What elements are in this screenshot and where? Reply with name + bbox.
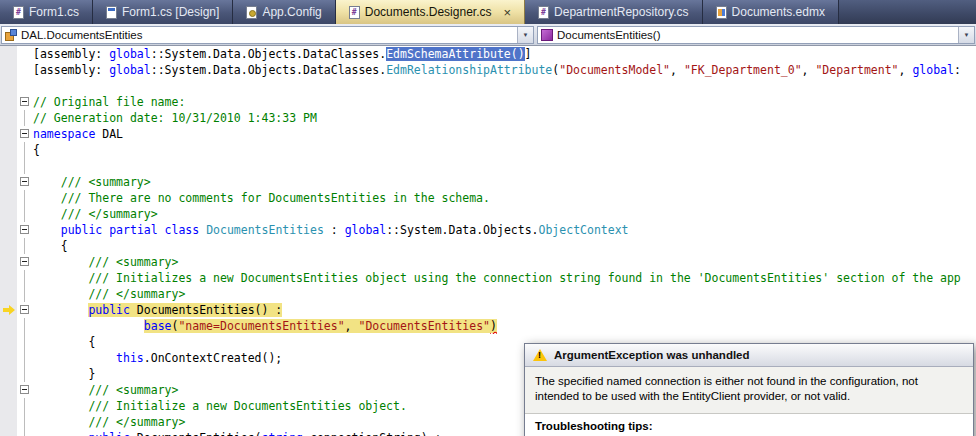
code-token: DocumentsEntities( — [130, 431, 262, 436]
types-dropdown[interactable]: DAL.DocumentsEntities ▼ — [1, 26, 534, 44]
tab-app-config[interactable]: App.Config — [233, 0, 335, 24]
code-token: // Generation date: 10/31/2010 1:43:33 P… — [33, 111, 317, 125]
outlining-margin — [17, 206, 33, 222]
breakpoint-margin[interactable] — [0, 190, 17, 206]
breakpoint-margin[interactable] — [0, 238, 17, 254]
breakpoint-margin[interactable] — [0, 382, 17, 398]
breakpoint-margin[interactable] — [0, 286, 17, 302]
code-line[interactable]: { — [0, 238, 976, 254]
tab-label: Documents.edmx — [732, 5, 825, 19]
collapse-icon[interactable] — [20, 129, 29, 138]
collapse-icon[interactable] — [20, 257, 29, 266]
tab-departmentrepository-cs[interactable]: DepartmentRepository.cs — [525, 0, 703, 24]
code-line[interactable]: // Original file name: — [0, 94, 976, 110]
code-token: [assembly: — [33, 47, 109, 61]
outline-guide-line — [24, 158, 25, 174]
code-line[interactable]: [assembly: global::System.Data.Objects.D… — [0, 62, 976, 78]
code-token: { — [33, 143, 40, 157]
code-line[interactable]: /// Initializes a new DocumentsEntities … — [0, 270, 976, 286]
breakpoint-margin[interactable] — [0, 414, 17, 430]
code-token: [assembly: — [33, 63, 109, 77]
code-line[interactable]: /// <summary> — [0, 174, 976, 190]
code-token: DocumentsEntities — [206, 223, 324, 237]
code-text: public partial class DocumentsEntities :… — [33, 222, 976, 238]
breakpoint-margin[interactable] — [0, 302, 17, 318]
code-token: /// <summary> — [61, 175, 151, 189]
breakpoint-margin[interactable] — [0, 206, 17, 222]
code-line[interactable]: /// </summary> — [0, 206, 976, 222]
chevron-down-icon[interactable]: ▼ — [958, 27, 974, 43]
breakpoint-margin[interactable] — [0, 158, 17, 174]
breakpoint-margin[interactable] — [0, 62, 17, 78]
code-line[interactable]: [assembly: global::System.Data.Objects.D… — [0, 46, 976, 62]
code-line[interactable]: { — [0, 142, 976, 158]
breakpoint-margin[interactable] — [0, 318, 17, 334]
breakpoint-margin[interactable] — [0, 46, 17, 62]
code-token: /// </summary> — [88, 415, 185, 429]
breakpoint-margin[interactable] — [0, 270, 17, 286]
outline-guide-line — [24, 414, 25, 430]
types-dropdown-value: DAL.DocumentsEntities — [17, 29, 517, 41]
outlining-margin — [17, 350, 33, 366]
code-token: /// Initializes a new DocumentsEntities … — [88, 271, 960, 285]
code-token: ::System.Data.Objects. — [386, 223, 538, 237]
collapse-icon[interactable] — [20, 97, 29, 106]
breakpoint-margin[interactable] — [0, 110, 17, 126]
outlining-margin — [17, 254, 33, 270]
breakpoint-margin[interactable] — [0, 334, 17, 350]
outlining-margin — [17, 398, 33, 414]
breakpoint-margin[interactable] — [0, 350, 17, 366]
collapse-icon[interactable] — [20, 177, 29, 186]
breakpoint-margin[interactable] — [0, 78, 17, 94]
collapse-icon[interactable] — [20, 385, 29, 394]
code-line[interactable] — [0, 158, 976, 174]
code-line[interactable] — [0, 78, 976, 94]
breakpoint-margin[interactable] — [0, 254, 17, 270]
close-icon[interactable]: × — [503, 6, 511, 19]
code-text: /// <summary> — [33, 174, 976, 190]
breakpoint-margin[interactable] — [0, 222, 17, 238]
tab-form1-cs[interactable]: Form1.cs — [0, 0, 93, 24]
tab-documents-edmx[interactable]: Documents.edmx — [703, 0, 839, 24]
code-line[interactable]: // Generation date: 10/31/2010 1:43:33 P… — [0, 110, 976, 126]
code-line[interactable]: /// <summary> — [0, 254, 976, 270]
code-token: global — [345, 223, 387, 237]
outlining-margin — [17, 222, 33, 238]
code-line[interactable]: namespace DAL — [0, 126, 976, 142]
code-token: /// </summary> — [61, 207, 158, 221]
outlining-margin — [17, 78, 33, 94]
chevron-down-icon[interactable]: ▼ — [517, 27, 533, 43]
breakpoint-margin[interactable] — [0, 94, 17, 110]
code-line[interactable]: base("name=DocumentsEntities", "Document… — [0, 318, 976, 334]
members-dropdown[interactable]: DocumentsEntities() ▼ — [537, 26, 975, 44]
breakpoint-margin[interactable] — [0, 174, 17, 190]
code-token: namespace — [33, 127, 95, 141]
tab-documents-designer-cs[interactable]: Documents.Designer.cs× — [336, 0, 525, 24]
breakpoint-margin[interactable] — [0, 126, 17, 142]
csharp-file-icon — [538, 6, 549, 19]
outline-guide-line — [24, 398, 25, 414]
outline-guide-line — [24, 238, 25, 254]
code-text: /// Initializes a new DocumentsEntities … — [33, 270, 976, 286]
collapse-icon[interactable] — [20, 305, 29, 314]
code-line[interactable]: /// </summary> — [0, 286, 976, 302]
exception-message: The specified named connection is either… — [525, 367, 973, 414]
breakpoint-margin[interactable] — [0, 430, 17, 436]
code-token: "DocumentsEntities" — [358, 319, 490, 333]
code-line[interactable]: public DocumentsEntities() : — [0, 302, 976, 318]
breakpoint-margin[interactable] — [0, 366, 17, 382]
code-line[interactable]: public partial class DocumentsEntities :… — [0, 222, 976, 238]
code-token: : — [324, 223, 345, 237]
tab-form1-cs-design[interactable]: Form1.cs [Design] — [93, 0, 233, 24]
code-token: partial — [109, 223, 157, 237]
collapse-icon[interactable] — [20, 225, 29, 234]
breakpoint-margin[interactable] — [0, 398, 17, 414]
design-file-icon — [106, 6, 117, 19]
code-line[interactable]: /// There are no comments for DocumentsE… — [0, 190, 976, 206]
breakpoint-margin[interactable] — [0, 142, 17, 158]
code-token: ::System.Data.Objects.DataClasses. — [151, 47, 386, 61]
outlining-margin — [17, 94, 33, 110]
outlining-margin — [17, 142, 33, 158]
tab-label: Form1.cs — [29, 5, 79, 19]
tab-label: Form1.cs [Design] — [122, 5, 219, 19]
